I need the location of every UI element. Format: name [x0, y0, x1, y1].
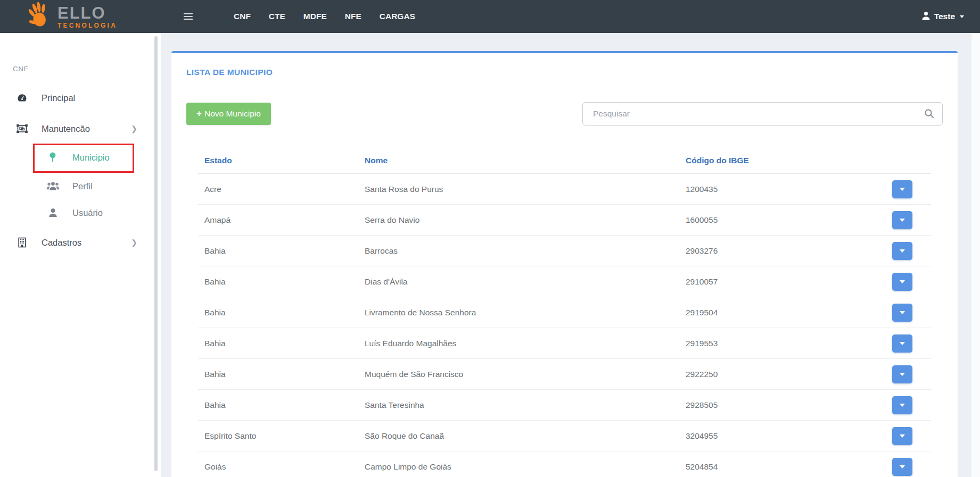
sidebar-item-municipio[interactable]: Municipio: [0, 144, 161, 171]
caret-down-icon: [900, 280, 905, 283]
dashboard-icon: [15, 93, 29, 103]
sidebar-item-cadastros[interactable]: Cadastros ❯: [0, 229, 161, 256]
hand-logo-icon: [23, 0, 54, 34]
sidebar-scrollbar[interactable]: [154, 36, 158, 471]
sidebar-item-label: Perfil: [72, 181, 93, 191]
logo-brand-text: ELLO: [57, 5, 117, 21]
cell-ibge: 2919504: [679, 308, 873, 317]
user-icon: [46, 208, 60, 217]
cell-ibge: 5204854: [679, 462, 873, 472]
chevron-right-icon: ❯: [131, 124, 137, 133]
object-group-icon: [15, 123, 29, 134]
sidebar-item-label: Municipio: [72, 153, 110, 163]
cell-ibge: 2919553: [679, 339, 873, 348]
caret-down-icon: [900, 311, 905, 314]
table-row: Acre Santa Rosa do Purus 1200435: [198, 174, 931, 205]
column-header-nome: Nome: [358, 156, 679, 165]
logo-sub-text: TECNOLOGIA: [57, 22, 117, 29]
row-actions-dropdown-button[interactable]: [892, 365, 912, 383]
caret-down-icon: [900, 188, 905, 191]
cell-nome: Livramento de Nossa Senhora: [358, 308, 679, 317]
row-actions-dropdown-button[interactable]: [892, 211, 912, 229]
cell-estado: Espírito Santo: [198, 431, 358, 441]
top-navbar: ELLO TECNOLOGIA CNF CTE MDFE NFE CARGAS …: [0, 0, 980, 33]
row-actions-dropdown-button[interactable]: [892, 273, 912, 291]
caret-down-icon: [900, 465, 905, 468]
content-area: LISTA DE MUNICIPIO +Novo Municipio Estad…: [161, 33, 980, 477]
sidebar-section-label: CNF: [13, 65, 161, 73]
page-scrollbar-gutter[interactable]: [971, 33, 980, 477]
row-actions-dropdown-button[interactable]: [892, 396, 912, 414]
cell-estado: Goiás: [198, 462, 358, 472]
municipio-table: Estado Nome Código do IBGE Acre Santa Ro…: [198, 147, 931, 477]
building-icon: [15, 237, 29, 248]
sidebar-item-label: Principal: [42, 93, 75, 103]
user-name: Teste: [934, 12, 955, 21]
sidebar-toggle-button[interactable]: [176, 4, 200, 29]
sidebar-item-label: Cadastros: [42, 238, 81, 248]
nav-item-nfe[interactable]: NFE: [336, 0, 370, 33]
caret-down-icon: [900, 373, 905, 376]
caret-down-icon: [900, 219, 905, 222]
municipio-table-body: Acre Santa Rosa do Purus 1200435 Amapá S…: [198, 174, 931, 477]
cell-nome: Barrocas: [358, 246, 679, 256]
cell-ibge: 1200435: [679, 185, 873, 194]
row-actions-dropdown-button[interactable]: [892, 180, 912, 198]
cell-estado: Acre: [198, 185, 358, 194]
cell-ibge: 2928505: [679, 400, 873, 410]
cell-nome: Campo Limpo de Goiás: [358, 462, 679, 472]
main-nav: CNF CTE MDFE NFE CARGAS: [225, 0, 424, 33]
user-icon: [921, 11, 930, 22]
app-logo[interactable]: ELLO TECNOLOGIA: [23, 0, 117, 34]
cell-ibge: 2910057: [679, 277, 873, 287]
table-row: Goiás Campo Limpo de Goiás 5204854: [198, 451, 931, 477]
nav-item-cte[interactable]: CTE: [260, 0, 294, 33]
chevron-right-icon: ❯: [131, 238, 137, 247]
cell-estado: Bahia: [198, 308, 358, 317]
cell-estado: Amapá: [198, 215, 358, 225]
column-header-ibge: Código do IBGE: [679, 156, 873, 165]
row-actions-dropdown-button[interactable]: [892, 242, 912, 260]
cell-nome: Serra do Navio: [358, 215, 679, 225]
cell-estado: Bahia: [198, 339, 358, 348]
caret-down-icon: [900, 342, 905, 345]
nav-item-cargas[interactable]: CARGAS: [370, 0, 424, 33]
sidebar-item-usuario[interactable]: Usuário: [0, 199, 161, 226]
caret-down-icon: [900, 249, 905, 253]
nav-item-cnf[interactable]: CNF: [225, 0, 260, 33]
user-menu[interactable]: Teste: [921, 11, 964, 22]
map-pin-icon: [46, 152, 60, 163]
municipio-list-card: LISTA DE MUNICIPIO +Novo Municipio Estad…: [171, 51, 958, 477]
table-row: Amapá Serra do Navio 1600055: [198, 205, 931, 236]
row-actions-dropdown-button[interactable]: [892, 427, 912, 445]
sidebar-item-label: Usuário: [72, 208, 103, 218]
caret-down-icon: [900, 404, 905, 407]
sidebar-item-manutencao[interactable]: Manutencão ❯: [0, 115, 161, 142]
cell-nome: São Roque do Canaã: [358, 431, 679, 441]
cell-nome: Santa Rosa do Purus: [358, 185, 679, 194]
table-row: Bahia Muquém de São Francisco 2922250: [198, 359, 931, 390]
search-input[interactable]: [582, 102, 943, 125]
nav-item-mdfe[interactable]: MDFE: [294, 0, 336, 33]
search-icon: [924, 108, 935, 121]
sidebar-item-label: Manutencão: [42, 124, 90, 134]
new-municipio-button[interactable]: +Novo Municipio: [186, 103, 271, 125]
row-actions-dropdown-button[interactable]: [892, 458, 912, 476]
users-icon: [46, 181, 60, 191]
cell-ibge: 3204955: [679, 431, 873, 441]
sidebar-item-perfil[interactable]: Perfil: [0, 173, 161, 199]
plus-icon: +: [196, 108, 202, 119]
row-actions-dropdown-button[interactable]: [892, 304, 912, 322]
table-row: Bahia Luís Eduardo Magalhães 2919553: [198, 328, 931, 359]
toolbar: +Novo Municipio: [186, 102, 943, 125]
table-row: Bahia Barrocas 2903276: [198, 236, 931, 266]
cell-nome: Muquém de São Francisco: [358, 370, 679, 379]
cell-ibge: 2922250: [679, 370, 873, 379]
table-row: Espírito Santo São Roque do Canaã 320495…: [198, 421, 931, 451]
table-header-row: Estado Nome Código do IBGE: [198, 147, 931, 174]
row-actions-dropdown-button[interactable]: [892, 334, 912, 353]
table-row: Bahia Livramento de Nossa Senhora 291950…: [198, 297, 931, 328]
table-row: Bahia Santa Teresinha 2928505: [198, 390, 931, 421]
sidebar: CNF Principal Manutencão ❯: [0, 33, 161, 477]
sidebar-item-principal[interactable]: Principal: [0, 85, 161, 111]
